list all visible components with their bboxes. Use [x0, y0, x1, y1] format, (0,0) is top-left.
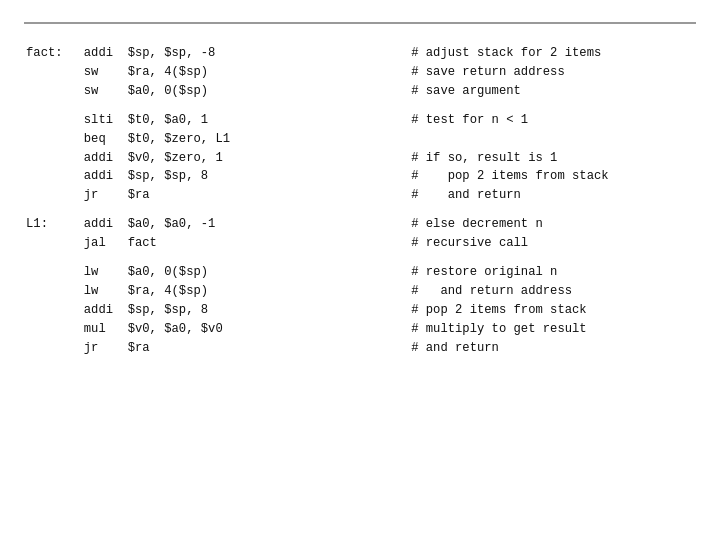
- code-comment: # pop 2 items from stack: [409, 301, 696, 320]
- code-label: [24, 149, 82, 168]
- table-row: slti $t0, $a0, 1# test for n < 1: [24, 111, 696, 130]
- code-comment: # recursive call: [409, 234, 696, 253]
- code-instruction: addi $v0, $zero, 1: [82, 149, 409, 168]
- spacer-row: [24, 253, 696, 263]
- table-row: addi $v0, $zero, 1# if so, result is 1: [24, 149, 696, 168]
- code-instruction: addi $sp, $sp, 8: [82, 167, 409, 186]
- code-comment: # save argument: [409, 82, 696, 101]
- table-row: addi $sp, $sp, 8# pop 2 items from stack: [24, 167, 696, 186]
- code-instruction: jr $ra: [82, 186, 409, 205]
- code-comment: # and return: [409, 339, 696, 358]
- code-instruction: beq $t0, $zero, L1: [82, 130, 409, 149]
- table-row: fact:addi $sp, $sp, -8# adjust stack for…: [24, 44, 696, 63]
- code-label: [24, 282, 82, 301]
- code-instruction: addi $a0, $a0, -1: [82, 215, 409, 234]
- code-instruction: lw $ra, 4($sp): [82, 282, 409, 301]
- table-row: sw $a0, 0($sp)# save argument: [24, 82, 696, 101]
- code-instruction: sw $a0, 0($sp): [82, 82, 409, 101]
- spacer-row: [24, 101, 696, 111]
- code-label: [24, 186, 82, 205]
- table-row: jal fact# recursive call: [24, 234, 696, 253]
- code-instruction: sw $ra, 4($sp): [82, 63, 409, 82]
- code-comment: [409, 130, 696, 149]
- code-comment: # adjust stack for 2 items: [409, 44, 696, 63]
- page-title: [24, 18, 696, 24]
- code-label: [24, 63, 82, 82]
- table-row: L1:addi $a0, $a0, -1# else decrement n: [24, 215, 696, 234]
- code-instruction: mul $v0, $a0, $v0: [82, 320, 409, 339]
- table-row: mul $v0, $a0, $v0# multiply to get resul…: [24, 320, 696, 339]
- code-label: [24, 263, 82, 282]
- code-label: [24, 111, 82, 130]
- code-label: [24, 320, 82, 339]
- code-label: [24, 167, 82, 186]
- code-comment: # save return address: [409, 63, 696, 82]
- code-table: fact:addi $sp, $sp, -8# adjust stack for…: [24, 44, 696, 358]
- table-row: beq $t0, $zero, L1: [24, 130, 696, 149]
- table-row: jr $ra# and return: [24, 186, 696, 205]
- table-row: lw $a0, 0($sp)# restore original n: [24, 263, 696, 282]
- code-comment: # else decrement n: [409, 215, 696, 234]
- code-comment: # multiply to get result: [409, 320, 696, 339]
- code-label: [24, 301, 82, 320]
- code-instruction: jr $ra: [82, 339, 409, 358]
- code-instruction: lw $a0, 0($sp): [82, 263, 409, 282]
- code-instruction: jal fact: [82, 234, 409, 253]
- code-comment: # pop 2 items from stack: [409, 167, 696, 186]
- code-comment: # and return address: [409, 282, 696, 301]
- table-row: sw $ra, 4($sp)# save return address: [24, 63, 696, 82]
- code-label: fact:: [24, 44, 82, 63]
- code-label: [24, 130, 82, 149]
- code-label: [24, 82, 82, 101]
- code-instruction: addi $sp, $sp, -8: [82, 44, 409, 63]
- table-row: jr $ra# and return: [24, 339, 696, 358]
- code-comment: # if so, result is 1: [409, 149, 696, 168]
- spacer-row: [24, 205, 696, 215]
- code-instruction: addi $sp, $sp, 8: [82, 301, 409, 320]
- table-row: addi $sp, $sp, 8# pop 2 items from stack: [24, 301, 696, 320]
- table-row: lw $ra, 4($sp)# and return address: [24, 282, 696, 301]
- code-comment: # and return: [409, 186, 696, 205]
- code-instruction: slti $t0, $a0, 1: [82, 111, 409, 130]
- code-label: [24, 339, 82, 358]
- code-label: L1:: [24, 215, 82, 234]
- code-comment: # test for n < 1: [409, 111, 696, 130]
- page: fact:addi $sp, $sp, -8# adjust stack for…: [0, 0, 720, 540]
- code-comment: # restore original n: [409, 263, 696, 282]
- code-label: [24, 234, 82, 253]
